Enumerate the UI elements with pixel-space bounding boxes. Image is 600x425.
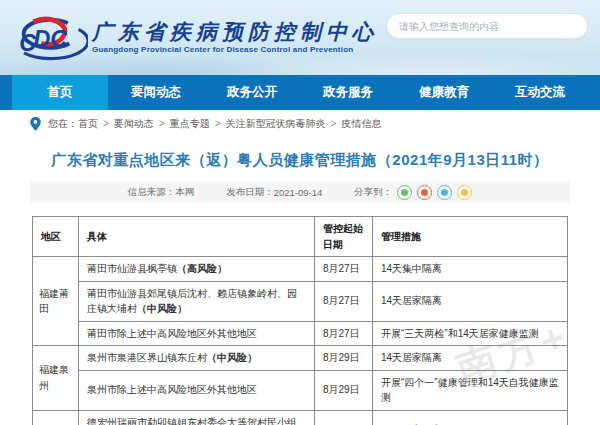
article-meta-bar: 信息来源： 本网 发布日期： 2021-09-14 分享到： [30, 181, 570, 203]
nav-item-health-education[interactable]: 健康教育 [396, 75, 492, 110]
breadcrumb-items: 首页>要闻动态>重点专题>关注新型冠状病毒肺炎>疫情信息 [78, 117, 381, 131]
risk-level-label: （中风险） [207, 352, 257, 363]
region-cell: 福建莆田 [33, 257, 79, 346]
measure-cell: 14天居家隔离 [373, 281, 568, 321]
table-row: 泉州市除上述中高风险地区外其他地区8月29日开展“四个一”健康管理和14天自我健… [33, 370, 568, 410]
nav-item-home[interactable]: 首页 [12, 75, 108, 110]
start-date-cell: 8月27日 [315, 281, 373, 321]
measure-cell: 14天集中隔离 [373, 257, 568, 282]
source-label: 信息来源： [128, 186, 176, 199]
publish-date-value: 2021-09-14 [274, 187, 323, 198]
breadcrumb-separator: > [215, 118, 221, 129]
table-row: 福建莆田莆田市仙游县枫亭镇（高风险）8月27日14天集中隔离 [33, 257, 568, 282]
table-row: 云南德宏德宏州瑞丽市勐卯镇姐东村委会大等贺村民小组（中风险）6月21日14天居家… [33, 410, 568, 425]
place-cell: 莆田市除上述中高风险地区外其他地区 [79, 321, 315, 346]
col-header-start-date: 管控起始日期 [315, 217, 373, 257]
region-cell: 云南德宏 [33, 410, 79, 425]
site-title-chinese: 广东省疾病预防控制中心 [92, 21, 378, 42]
svg-text:C: C [19, 30, 37, 56]
place-cell: 泉州市泉港区界山镇东丘村（中风险） [79, 346, 315, 371]
nav-item-gov-open[interactable]: 政务公开 [204, 75, 300, 110]
start-date-cell: 8月29日 [315, 346, 373, 371]
start-date-cell: 8月29日 [315, 370, 373, 410]
main-nav: 首页要闻动态政务公开政务服务健康教育互动交流 [0, 75, 600, 110]
breadcrumb: 您在： 首页>要闻动态>重点专题>关注新型冠状病毒肺炎>疫情信息 [0, 110, 600, 138]
breadcrumb-link[interactable]: 要闻动态 [114, 118, 154, 129]
wechat-icon[interactable] [397, 185, 412, 200]
table-header-row: 地区具体管控起始日期管理措施 [33, 217, 568, 257]
measure-cell: 开展“三天两检”和14天居家健康监测 [373, 321, 568, 346]
breadcrumb-prefix: 您在： [48, 117, 78, 131]
start-date-cell: 6月21日 [315, 410, 373, 425]
svg-text:DC: DC [33, 25, 68, 51]
place-cell: 莆田市仙游县郊尾镇后沈村、赖店镇象岭村、园庄镇大埔村（中风险） [79, 281, 315, 321]
col-header-measures: 管理措施 [373, 217, 568, 257]
measure-cell: 14天居家隔离 [373, 410, 568, 425]
breadcrumb-link: 疫情信息 [341, 118, 381, 129]
table-row: 莆田市除上述中高风险地区外其他地区8月27日开展“三天两检”和14天居家健康监测 [33, 321, 568, 346]
start-date-cell: 8月27日 [315, 321, 373, 346]
search-input[interactable] [386, 13, 588, 39]
breadcrumb-separator: > [103, 118, 109, 129]
place-cell: 德宏州瑞丽市勐卯镇姐东村委会大等贺村民小组（中风险） [79, 410, 315, 425]
region-cell: 福建泉州 [33, 346, 79, 411]
source-value: 本网 [175, 186, 194, 199]
cdc-logo-icon: DC C [10, 11, 88, 65]
measure-cell: 开展“四个一”健康管理和14天自我健康监测 [373, 370, 568, 410]
table-body: 福建莆田莆田市仙游县枫亭镇（高风险）8月27日14天集中隔离莆田市仙游县郊尾镇后… [33, 257, 568, 425]
breadcrumb-link[interactable]: 首页 [78, 118, 98, 129]
publish-date-label: 发布日期： [226, 186, 274, 199]
measure-cell: 14天居家隔离 [373, 346, 568, 371]
weibo-icon[interactable] [417, 185, 432, 200]
measures-table: 地区具体管控起始日期管理措施 福建莆田莆田市仙游县枫亭镇（高风险）8月27日14… [32, 216, 568, 425]
share-label: 分享到： [354, 186, 392, 199]
table-row: 福建泉州泉州市泉港区界山镇东丘村（中风险）8月29日14天居家隔离 [33, 346, 568, 371]
share-icons [392, 185, 472, 200]
place-cell: 莆田市仙游县枫亭镇（高风险） [79, 257, 315, 282]
breadcrumb-separator: > [331, 118, 337, 129]
site-header: DC C 广东省疾病预防控制中心 Guangdong Provincial Ce… [0, 0, 600, 75]
page-title: 广东省对重点地区来（返）粤人员健康管理措施（2021年9月13日11时） [24, 151, 576, 170]
breadcrumb-link[interactable]: 重点专题 [170, 118, 210, 129]
qzone-icon[interactable] [457, 185, 472, 200]
col-header-region: 地区 [33, 217, 79, 257]
breadcrumb-link[interactable]: 关注新型冠状病毒肺炎 [226, 118, 326, 129]
place-cell: 泉州市除上述中高风险地区外其他地区 [79, 370, 315, 410]
location-pin-icon [30, 117, 41, 131]
qq-icon[interactable] [437, 185, 452, 200]
start-date-cell: 8月27日 [315, 257, 373, 282]
col-header-specific: 具体 [79, 217, 315, 257]
risk-level-label: （中风险） [137, 303, 187, 314]
nav-item-news[interactable]: 要闻动态 [108, 75, 204, 110]
site-title-english: Guangdong Provincial Center for Disease … [92, 46, 378, 54]
nav-item-interaction[interactable]: 互动交流 [492, 75, 588, 110]
nav-item-gov-services[interactable]: 政务服务 [300, 75, 396, 110]
risk-level-label: （高风险） [177, 263, 227, 274]
table-row: 莆田市仙游县郊尾镇后沈村、赖店镇象岭村、园庄镇大埔村（中风险）8月27日14天居… [33, 281, 568, 321]
measures-table-wrap: 地区具体管控起始日期管理措施 福建莆田莆田市仙游县枫亭镇（高风险）8月27日14… [32, 216, 568, 425]
breadcrumb-separator: > [159, 118, 165, 129]
